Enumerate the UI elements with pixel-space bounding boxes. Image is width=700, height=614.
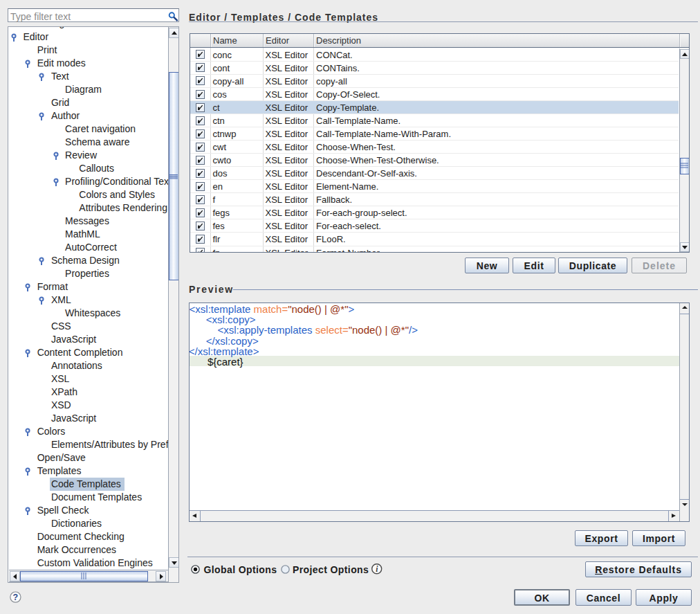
svg-text:?: ? xyxy=(13,593,19,602)
